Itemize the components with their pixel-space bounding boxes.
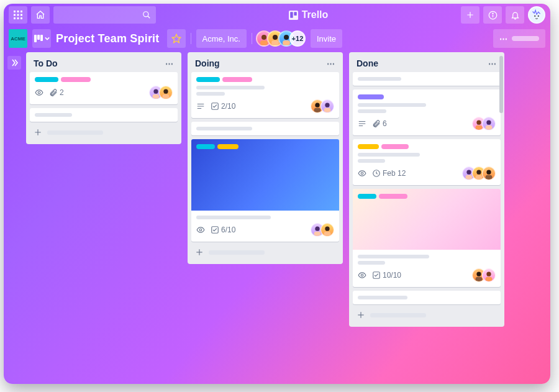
card[interactable]: 2 [30,72,178,104]
card[interactable]: Feb 12 [353,139,501,185]
svg-rect-61 [486,125,493,130]
list-menu-button[interactable]: ⋯ [327,59,335,68]
paperclip-icon [49,88,58,97]
plus-icon [466,11,475,19]
more-icon: ⋯ [499,34,508,43]
card[interactable]: 2/10 [191,72,339,118]
card-member-avatar[interactable] [320,223,334,237]
svg-rect-24 [40,35,43,41]
svg-point-51 [325,227,329,231]
svg-rect-50 [314,232,321,236]
app-window: Trello ACME Project Team Spirit Acme, In… [4,4,550,384]
svg-line-10 [148,16,150,19]
create-button[interactable] [461,6,479,24]
checklist-icon [211,102,219,111]
workspace-logo[interactable]: ACME [9,29,27,48]
svg-point-33 [153,89,158,94]
board-members[interactable]: +12 [257,30,306,47]
svg-point-66 [476,170,481,175]
svg-point-30 [284,35,289,40]
eye-icon [196,226,205,234]
card-label-yellow [358,144,379,149]
search-icon [142,11,151,19]
description-badge [358,119,366,128]
svg-point-74 [486,272,491,276]
list-done: Done ⋯ 6 [349,52,504,327]
list-menu-button[interactable]: ⋯ [165,59,174,68]
svg-rect-23 [37,35,40,40]
apps-grid-button[interactable] [9,6,27,24]
attachments-badge: 6 [372,119,387,128]
star-icon [171,34,181,43]
description-badge [196,102,205,111]
watch-badge [35,88,43,97]
svg-point-49 [315,227,319,231]
star-board-button[interactable] [167,29,186,48]
svg-rect-73 [476,277,483,281]
svg-rect-67 [476,175,483,180]
board-menu-button[interactable]: ⋯ [493,29,545,48]
card-member-avatar[interactable] [482,268,496,282]
board-view-switcher[interactable] [32,29,51,48]
board-area: To Do ⋯ 2 [26,52,543,378]
list-title[interactable]: To Do [34,58,58,68]
list-title[interactable]: Done [357,58,378,68]
card-label-pink [61,77,91,82]
sidebar-expand-button[interactable] [7,56,21,70]
bell-icon [511,11,520,20]
checklist-badge: 10/10 [372,271,401,280]
list-menu-button[interactable]: ⋯ [488,59,497,68]
card[interactable] [30,108,178,122]
list-scrollbar[interactable] [499,56,503,113]
home-button[interactable] [31,6,50,24]
card[interactable]: 6/10 [191,139,339,242]
board-icon [34,35,43,42]
svg-rect-2 [20,11,22,12]
card-member-avatar[interactable] [159,86,173,99]
card[interactable] [191,122,339,135]
card-member-avatar[interactable] [482,166,496,180]
svg-marker-25 [172,34,180,42]
svg-point-18 [492,13,493,14]
card[interactable]: 6 [353,89,501,135]
card[interactable] [353,72,501,86]
description-icon [358,119,366,128]
card-label-teal [358,194,376,199]
card-label-teal [35,77,58,82]
card[interactable]: 10/10 [353,189,501,287]
svg-point-70 [361,274,363,276]
svg-rect-3 [14,14,16,16]
invite-button[interactable]: Invite [311,29,342,48]
notifications-button[interactable] [506,6,524,24]
add-card-button[interactable] [30,125,178,139]
card-member-avatar[interactable] [320,99,334,113]
search-input[interactable] [53,6,156,24]
add-card-button[interactable] [353,308,501,322]
svg-rect-27 [260,40,268,45]
card-label-purple [358,94,384,99]
svg-rect-59 [476,125,483,130]
svg-point-68 [486,170,491,175]
svg-point-21 [538,16,539,17]
list-title[interactable]: Doing [195,58,220,68]
more-members-button[interactable]: +12 [289,30,306,47]
svg-point-35 [163,89,168,94]
add-card-button[interactable] [191,245,339,259]
svg-rect-13 [294,12,296,16]
svg-point-72 [476,272,481,276]
brand: Trello [160,9,457,21]
info-button[interactable] [483,6,502,24]
svg-rect-8 [20,17,22,19]
board-title[interactable]: Project Team Spirit [56,32,162,45]
card-label-pink [379,194,407,199]
menu-label-placeholder [512,36,539,41]
attachments-badge: 2 [49,88,64,97]
card-member-avatar[interactable] [482,117,496,130]
workspace-chip[interactable]: Acme, Inc. [196,29,247,48]
chevron-down-icon [45,36,50,41]
card[interactable] [353,291,501,304]
svg-point-28 [273,35,278,40]
profile-avatar[interactable] [528,6,545,24]
svg-rect-0 [14,11,16,12]
svg-rect-22 [34,35,37,42]
